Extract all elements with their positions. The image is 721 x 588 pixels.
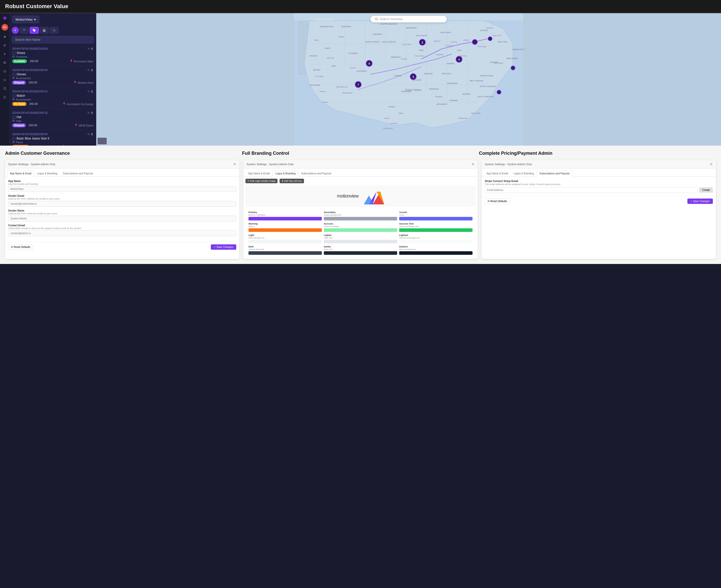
color-swatch[interactable] (399, 251, 473, 255)
edit-topleft-icon-button[interactable]: ⬆ Edit Top Left Icon (280, 179, 304, 183)
color-swatch[interactable] (248, 228, 322, 232)
branding-panel-title: System Settings - System Admin Only (246, 163, 293, 166)
color-swatch[interactable] (324, 228, 397, 232)
sidebar-settings-icon[interactable]: ⊙ (2, 77, 8, 82)
tab-logos-branding-3[interactable]: Logos & Branding (511, 171, 537, 176)
contact-email-sublabel: Listed within emails to users as the sup… (8, 227, 236, 230)
sender-name-label: Sender Name (8, 209, 236, 212)
svg-text:2: 2 (421, 41, 423, 44)
payments-close-button[interactable]: ✕ (710, 162, 713, 166)
branding-close-button[interactable]: ✕ (472, 162, 475, 166)
view-dropdown[interactable]: MotionView ▾ (12, 16, 39, 23)
list-item[interactable]: 30340476F45C9500B2D05F1E ✎ 🗑 ◯ Hat ⚙ Hat… (10, 109, 96, 130)
color-label: Warning (248, 223, 322, 225)
edit-icon[interactable]: ✎ (87, 133, 89, 136)
item-price: 250.00 (29, 81, 37, 84)
item-actions: ✎ 🗑 (87, 47, 94, 50)
search-item-input[interactable]: Search Item Name (12, 36, 94, 44)
app-name-input[interactable] (8, 186, 236, 192)
edit-header-image-button[interactable]: ✎ Edit Login Header Image (245, 179, 277, 183)
list-item[interactable]: 30340476F45C9500B2D05E06 ✎ 🗑 ◯ Shoes ⚙ F… (10, 45, 96, 66)
governance-close-button[interactable]: ✕ (233, 162, 236, 166)
payments-panel: System Settings - System Admin Only ✕ Ap… (482, 160, 716, 259)
tab-subscriptions-2[interactable]: Subscriptions and Payouts (298, 171, 334, 176)
tab-logos-branding-1[interactable]: Logos & Branding (34, 171, 60, 176)
sender-name-input[interactable] (8, 216, 236, 222)
list-item[interactable]: 30340476F45C9500B2D05F58 ✎ 🗑 ◯ Basic Blu… (10, 130, 96, 146)
color-swatch[interactable] (324, 240, 397, 243)
sidebar-export-icon[interactable]: ⊡ (2, 94, 8, 100)
edit-icon[interactable]: ✎ (87, 90, 89, 93)
contact-email-input[interactable] (8, 230, 236, 236)
svg-text:WYOMING: WYOMING (349, 52, 358, 54)
list-item[interactable]: 30340476F45C9500B2D05F16 ✎ 🗑 ◯ Watch ⚙ A… (10, 87, 96, 109)
svg-text:IDAHO: IDAHO (325, 47, 330, 49)
sidebar-chat-icon[interactable]: ☰ (2, 86, 8, 91)
tab-subscriptions-active[interactable]: Subscriptions and Payouts (537, 171, 572, 177)
edit-icon[interactable]: ✎ (87, 111, 89, 114)
color-swatch[interactable] (324, 217, 397, 220)
edit-icon[interactable]: ✎ (87, 68, 89, 72)
box-button[interactable] (39, 27, 49, 34)
sidebar-globe-icon[interactable]: ⊕ (2, 42, 8, 48)
svg-point-32 (497, 90, 501, 94)
tab-app-name-email-3[interactable]: App Name & Email (484, 171, 511, 176)
item-status-price: Shipped 250.00 (12, 123, 37, 127)
contact-email-label: Contact Email (8, 224, 236, 227)
color-swatch[interactable] (248, 240, 322, 243)
color-item: Lightest Top Menu Background (399, 234, 473, 243)
svg-text:NEVADA: NEVADA (313, 69, 321, 71)
list-item[interactable]: 30340476F45C9500B2D05F06 ✎ 🗑 ◯ Gloves ⚙ … (10, 66, 96, 87)
color-sublabel: Alerts (248, 225, 322, 228)
delete-icon[interactable]: 🗑 (91, 90, 94, 93)
status-badge: On Hand (12, 102, 26, 106)
add-item-button[interactable]: + (12, 27, 19, 34)
governance-panel-body: App Name Used for emails and branding Se… (5, 177, 239, 242)
sidebar-team-icon[interactable]: ⊞ (2, 60, 8, 65)
map-search-placeholder: Search Inventory (379, 17, 403, 21)
svg-text:PENNSYLVANIA: PENNSYLVANIA (480, 75, 493, 77)
color-swatch[interactable] (399, 217, 473, 220)
sidebar-home-icon[interactable]: ◈ (2, 34, 8, 39)
governance-save-button[interactable]: ✓ Save Changes (211, 244, 236, 250)
stripe-email-input[interactable] (485, 187, 698, 193)
tag-button[interactable] (29, 27, 39, 34)
payments-save-button[interactable]: ✓ Save Changes (687, 198, 713, 204)
sender-name-sublabel: Used as the 'from' name for emails to yo… (8, 212, 236, 215)
governance-panel: System Settings - System Admin Only ✕ Ap… (5, 160, 239, 259)
sidebar-user-icon[interactable]: ♦ (2, 51, 8, 57)
color-swatch[interactable] (248, 217, 322, 220)
color-swatch[interactable] (248, 251, 322, 255)
color-swatch[interactable] (399, 228, 473, 232)
governance-reset-button[interactable]: ⟳ Reset Defaults (8, 244, 33, 250)
sidebar-avatar[interactable]: DZ (2, 24, 8, 30)
tab-app-name-email[interactable]: App Name & Email (7, 171, 34, 177)
color-swatch[interactable] (399, 240, 473, 243)
settings-button[interactable] (49, 27, 59, 34)
edit-icon[interactable]: ✎ (87, 47, 89, 50)
wifi-button[interactable] (19, 27, 29, 34)
svg-text:Tallahassee: Tallahassee (458, 117, 468, 119)
item-name: ◯ Hat (12, 115, 94, 119)
delete-icon[interactable]: 🗑 (91, 111, 94, 114)
payments-reset-button[interactable]: ⟳ Reset Defaults (485, 198, 510, 204)
tab-subscriptions-1[interactable]: Subscriptions and Payouts (60, 171, 96, 176)
stripe-create-button[interactable]: Create (699, 187, 713, 193)
map-search[interactable]: Search Inventory (370, 16, 447, 22)
tab-logos-branding-active[interactable]: Logos & Branding (272, 171, 298, 177)
sidebar-logo-icon[interactable] (2, 15, 8, 21)
color-swatch[interactable] (324, 251, 397, 255)
sidebar-tag-icon[interactable]: ◎ (2, 68, 8, 74)
delete-icon[interactable]: 🗑 (91, 47, 94, 50)
main-app-area: DZ ◈ ⊕ ♦ ⊞ ◎ ⊙ ☰ ⊡ MotionView ▾ + (0, 13, 721, 146)
tab-app-name-email-2[interactable]: App Name & Email (245, 171, 272, 176)
item-price: 250.00 (29, 102, 38, 105)
delete-icon[interactable]: 🗑 (91, 68, 94, 72)
sender-email-group: Sender Email Used as the 'from' address … (8, 194, 236, 207)
item-id: 30340476F45C9500B2D05F58 (12, 133, 48, 136)
sender-email-input[interactable] (8, 201, 236, 207)
svg-text:Chicago: Chicago (446, 45, 453, 47)
app-name-label: App Name (8, 180, 236, 183)
delete-icon[interactable]: 🗑 (91, 133, 94, 136)
svg-text:VIRGINIA: VIRGINIA (490, 61, 498, 63)
